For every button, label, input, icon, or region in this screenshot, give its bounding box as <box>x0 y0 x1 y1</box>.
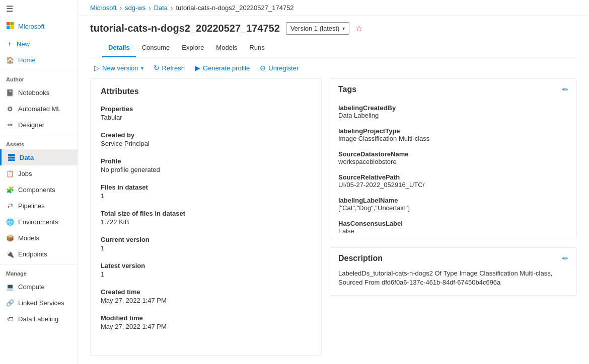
home-icon: 🏠 <box>6 56 14 64</box>
attribute-row: Modified timeMay 27, 2022 1:47 PM <box>91 309 321 335</box>
description-text: LabeledDs_tutorial-cats-n-dogs2 Of Type … <box>330 269 576 295</box>
data-labeling-label: Data Labeling <box>18 315 58 323</box>
breadcrumb-microsoft[interactable]: Microsoft <box>90 4 117 12</box>
tag-value: False <box>338 227 568 235</box>
hamburger-button[interactable]: ☰ <box>0 0 78 18</box>
home-label: Home <box>18 56 36 64</box>
compute-icon: 💻 <box>6 283 14 291</box>
description-edit-button[interactable]: ✏ <box>562 254 568 262</box>
description-title: Description <box>338 254 383 263</box>
attributes-rows: PropertiesTabularCreated byService Princ… <box>91 100 321 335</box>
attribute-row: Created timeMay 27, 2022 1:47 PM <box>91 283 321 309</box>
tag-value: Data Labeling <box>338 112 568 119</box>
sidebar-item-pipelines[interactable]: ⇄ Pipelines <box>0 198 78 214</box>
sidebar-item-environments[interactable]: 🌐 Environments <box>0 214 78 230</box>
unregister-label: Unregister <box>268 64 299 72</box>
sidebar-item-data[interactable]: Data <box>0 149 78 165</box>
tag-key: HasConsensusLabel <box>338 220 568 227</box>
sidebar-item-notebooks[interactable]: 📓 Notebooks <box>0 84 78 101</box>
sidebar-item-components[interactable]: 🧩 Components <box>0 181 78 198</box>
description-card-header: Description ✏ <box>330 248 576 269</box>
sidebar-item-home[interactable]: 🏠 Home <box>0 52 78 68</box>
designer-label: Designer <box>18 121 44 129</box>
tags-edit-button[interactable]: ✏ <box>562 85 568 94</box>
chevron-down-icon: ▾ <box>342 26 345 31</box>
favorite-button[interactable]: ☆ <box>355 24 362 33</box>
sidebar-item-linked-services[interactable]: 🔗 Linked Services <box>0 295 78 311</box>
unregister-button[interactable]: ⊖ Unregister <box>256 61 303 74</box>
breadcrumb-data[interactable]: Data <box>154 4 168 12</box>
attribute-row: Total size of files in dataset1.722 KiB <box>91 205 321 231</box>
new-version-button[interactable]: ▷ New version ▾ <box>90 61 148 74</box>
svg-rect-1 <box>11 22 14 26</box>
tab-explore[interactable]: Explore <box>176 39 210 57</box>
attr-value: 1.722 KiB <box>101 218 311 226</box>
sidebar-item-endpoints[interactable]: 🔌 Endpoints <box>0 246 78 262</box>
jobs-label: Jobs <box>18 170 32 177</box>
tag-key: labelingLabelName <box>338 197 568 204</box>
attr-value: No profile generated <box>101 166 311 173</box>
attr-value: May 27, 2022 1:47 PM <box>101 297 311 304</box>
tag-key: SourceDatastoreName <box>338 150 568 158</box>
sidebar-item-automated-ml[interactable]: ⚙ Automated ML <box>0 101 78 117</box>
tag-value: Image Classification Multi-class <box>338 135 568 142</box>
tag-value: UI/05-27-2022_052916_UTC/ <box>338 181 568 189</box>
tab-consume[interactable]: Consume <box>136 39 176 57</box>
tag-key: SourceRelativePath <box>338 173 568 181</box>
sidebar-item-microsoft[interactable]: Microsoft <box>0 18 78 35</box>
hamburger-icon: ☰ <box>6 4 13 14</box>
tags-title: Tags <box>338 85 356 94</box>
attr-value: Tabular <box>101 114 311 121</box>
breadcrumb-current: tutorial-cats-n-dogs2_20220527_174752 <box>176 4 293 12</box>
sidebar-item-designer[interactable]: ✏ Designer <box>0 117 78 133</box>
tags-rows: labelingCreatedByData LabelinglabelingPr… <box>330 100 576 239</box>
new-version-chevron-icon[interactable]: ▾ <box>141 65 143 71</box>
microsoft-label: Microsoft <box>18 23 45 30</box>
breadcrumb-workspace[interactable]: sdg-ws <box>125 4 145 12</box>
new-version-icon: ▷ <box>94 64 100 72</box>
tag-value: workspaceblobstore <box>338 158 568 165</box>
sidebar-item-models[interactable]: 📦 Models <box>0 230 78 246</box>
attr-label: Files in dataset <box>101 184 311 191</box>
tags-card: Tags ✏ labelingCreatedByData Labelinglab… <box>330 78 577 239</box>
version-dropdown[interactable]: Version 1 (latest) ▾ <box>286 22 350 35</box>
tab-runs[interactable]: Runs <box>243 39 270 57</box>
notebooks-label: Notebooks <box>18 89 49 97</box>
sidebar-item-compute[interactable]: 💻 Compute <box>0 279 78 295</box>
attr-label: Latest version <box>101 262 311 269</box>
attr-value: Service Principal <box>101 140 311 147</box>
sidebar-item-jobs[interactable]: 📋 Jobs <box>0 165 78 181</box>
svg-rect-3 <box>11 26 14 30</box>
attribute-row: Created byService Principal <box>91 126 321 152</box>
notebooks-icon: 📓 <box>6 88 14 97</box>
divider-author <box>0 70 78 70</box>
version-label: Version 1 (latest) <box>290 25 340 32</box>
tab-details[interactable]: Details <box>102 39 136 57</box>
tag-row: HasConsensusLabelFalse <box>330 216 576 239</box>
components-icon: 🧩 <box>6 186 14 194</box>
models-icon: 📦 <box>6 234 14 242</box>
page-title: tutorial-cats-n-dogs2_20220527_174752 <box>90 23 280 34</box>
breadcrumb-sep-1: › <box>120 4 122 12</box>
refresh-icon: ↻ <box>154 64 160 72</box>
attr-label: Profile <box>101 157 311 165</box>
attribute-row: ProfileNo profile generated <box>91 152 321 178</box>
new-button[interactable]: ＋ New <box>0 35 78 52</box>
breadcrumb: Microsoft › sdg-ws › Data › tutorial-cat… <box>78 0 589 16</box>
tag-row: labelingProjectTypeImage Classification … <box>330 123 576 146</box>
compute-label: Compute <box>18 283 45 291</box>
refresh-button[interactable]: ↻ Refresh <box>150 61 189 74</box>
tag-row: SourceRelativePathUI/05-27-2022_052916_U… <box>330 169 576 193</box>
divider-manage <box>0 264 78 264</box>
attribute-row: Latest version1 <box>91 257 321 283</box>
sidebar-item-data-labeling[interactable]: 🏷 Data Labeling <box>0 311 78 327</box>
main-content: Microsoft › sdg-ws › Data › tutorial-cat… <box>78 0 589 364</box>
attr-label: Properties <box>101 105 311 113</box>
sidebar: ☰ Microsoft ＋ New 🏠 Home Author 📓 Notebo… <box>0 0 78 364</box>
svg-rect-4 <box>8 154 15 156</box>
attr-label: Current version <box>101 236 311 243</box>
tab-models[interactable]: Models <box>210 39 243 57</box>
designer-icon: ✏ <box>6 121 14 129</box>
generate-profile-button[interactable]: ▶ Generate profile <box>191 61 254 74</box>
content-area: Attributes PropertiesTabularCreated bySe… <box>78 78 589 364</box>
